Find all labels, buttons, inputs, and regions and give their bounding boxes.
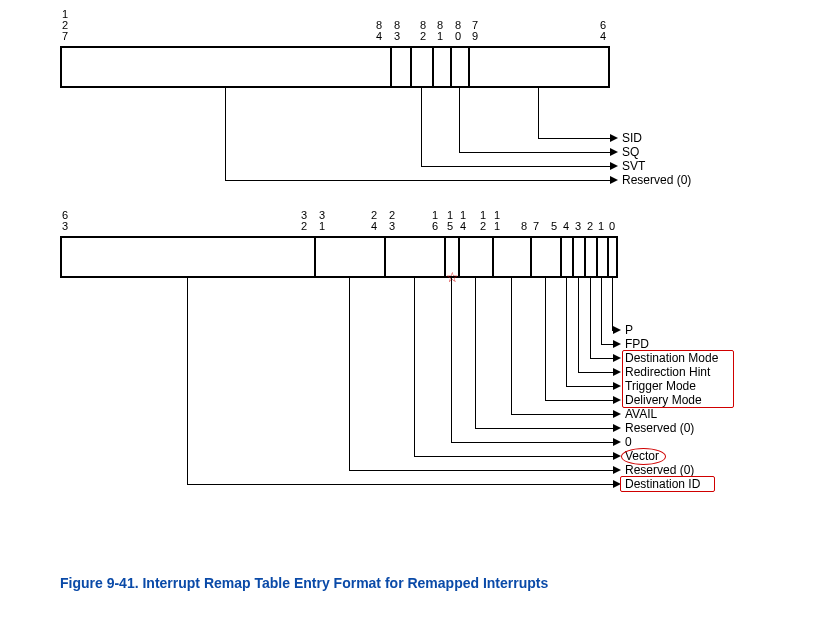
leader-tm-h [566, 386, 613, 387]
bit-label-4: 4 [563, 221, 569, 232]
highlight-circle-vector [621, 448, 666, 465]
field-fpd: FPD [625, 337, 649, 351]
bit-label-12: 1 2 [480, 210, 486, 232]
arrow-icon [613, 382, 621, 390]
leader-did-h [187, 484, 613, 485]
leader-svt-v [421, 88, 422, 166]
field-sid: SID [622, 131, 642, 145]
leader-vec-h [414, 456, 613, 457]
leader-ures-v [225, 88, 226, 180]
divider-3-2 [584, 236, 586, 278]
figure-root: { "caption": "Figure 9-41. Interrupt Rem… [0, 0, 827, 619]
bit-label-84: 8 4 [376, 20, 382, 42]
leader-sq-v [459, 88, 460, 152]
field-svt: SVT [622, 159, 645, 173]
arrow-icon [613, 410, 621, 418]
bit-label-0: 0 [609, 221, 615, 232]
lower-word-box [60, 236, 618, 278]
arrow-icon [613, 326, 621, 334]
field-zero: 0 [625, 435, 632, 449]
field-upper-reserved: Reserved (0) [622, 173, 691, 187]
arrow-icon [610, 176, 618, 184]
divider-4-3 [572, 236, 574, 278]
bit-label-14: 1 4 [460, 210, 466, 232]
divider-24-23 [384, 236, 386, 278]
upper-word-box [60, 46, 610, 88]
leader-zero-h [451, 442, 613, 443]
leader-did-v [187, 278, 188, 484]
arrow-icon [613, 396, 621, 404]
star-icon: ☆ [446, 270, 459, 284]
divider-upper-80-79 [468, 46, 470, 88]
field-reserved2: Reserved (0) [625, 463, 694, 477]
highlight-box-dest-id [620, 476, 715, 492]
bit-label-1: 1 [598, 221, 604, 232]
arrow-icon [610, 134, 618, 142]
leader-ures-h [225, 180, 610, 181]
bit-label-83: 8 3 [394, 20, 400, 42]
bit-label-16: 1 6 [432, 210, 438, 232]
bit-label-24: 2 4 [371, 210, 377, 232]
arrow-icon [610, 162, 618, 170]
leader-dm-v [590, 278, 591, 358]
divider-5-4 [560, 236, 562, 278]
leader-dm-h [590, 358, 613, 359]
arrow-icon [613, 354, 621, 362]
leader-dv-h [545, 400, 613, 401]
bit-label-79: 7 9 [472, 20, 478, 42]
arrow-icon [613, 466, 621, 474]
field-avail: AVAIL [625, 407, 657, 421]
leader-av-h [511, 414, 613, 415]
divider-12-11 [492, 236, 494, 278]
arrow-icon [613, 424, 621, 432]
field-sq: SQ [622, 145, 639, 159]
bit-label-15: 1 5 [447, 210, 453, 232]
leader-vec-v [414, 278, 415, 456]
leader-sid-v [538, 88, 539, 138]
leader-zero-v [451, 278, 452, 442]
leader-av-v [511, 278, 512, 414]
arrow-icon [610, 148, 618, 156]
bit-label-80: 8 0 [455, 20, 461, 42]
highlight-box-modes [622, 350, 734, 408]
divider-upper-81-80 [450, 46, 452, 88]
arrow-icon [613, 340, 621, 348]
divider-32-31 [314, 236, 316, 278]
leader-r1-v [475, 278, 476, 428]
field-p: P [625, 323, 633, 337]
bit-label-11: 1 1 [494, 210, 500, 232]
arrow-icon [613, 438, 621, 446]
bit-label-81: 8 1 [437, 20, 443, 42]
bit-label-82: 8 2 [420, 20, 426, 42]
divider-upper-82-81 [432, 46, 434, 88]
bit-label-8: 8 [521, 221, 527, 232]
arrow-icon [613, 452, 621, 460]
bit-label-63: 6 3 [62, 210, 68, 232]
bit-label-31: 3 1 [319, 210, 325, 232]
leader-tm-v [566, 278, 567, 386]
divider-upper-84-83 [390, 46, 392, 88]
figure-caption: Figure 9-41. Interrupt Remap Table Entry… [60, 575, 548, 591]
bit-label-127: 1 2 7 [62, 9, 68, 42]
bit-label-64: 6 4 [600, 20, 606, 42]
leader-sq-h [459, 152, 610, 153]
divider-8-7 [530, 236, 532, 278]
field-reserved1: Reserved (0) [625, 421, 694, 435]
bit-label-2: 2 [587, 221, 593, 232]
leader-r2-h [349, 470, 613, 471]
leader-fpd-v [601, 278, 602, 344]
bit-label-3: 3 [575, 221, 581, 232]
divider-1-0 [607, 236, 609, 278]
bit-label-23: 2 3 [389, 210, 395, 232]
leader-rh-v [578, 278, 579, 372]
divider-upper-83-82 [410, 46, 412, 88]
bit-label-32: 3 2 [301, 210, 307, 232]
leader-p-v [612, 278, 613, 330]
arrow-icon [613, 368, 621, 376]
leader-r2-v [349, 278, 350, 470]
leader-svt-h [421, 166, 610, 167]
leader-fpd-h [601, 344, 613, 345]
bit-label-7: 7 [533, 221, 539, 232]
leader-r1-h [475, 428, 613, 429]
leader-dv-v [545, 278, 546, 400]
